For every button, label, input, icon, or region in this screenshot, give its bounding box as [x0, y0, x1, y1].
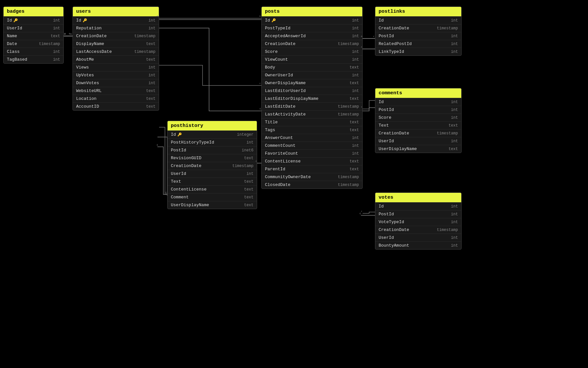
table-row: Id int: [375, 16, 461, 24]
svg-text:+: +: [69, 32, 71, 36]
postlinks-header: postlinks: [375, 7, 461, 16]
table-row: Reputation int: [73, 24, 159, 32]
table-row: Comment text: [168, 193, 257, 201]
table-row: AboutMe text: [73, 55, 159, 63]
table-row: WebsiteURL text: [73, 87, 159, 95]
table-row: Id 🔑 integer: [168, 130, 257, 138]
table-row: OwnerUserId int: [262, 71, 362, 79]
svg-text:‹: ‹: [373, 35, 375, 38]
table-row: CreationDate timestamp: [375, 129, 461, 137]
table-row: Score int: [375, 114, 461, 121]
table-row: Id 🔑 int: [73, 16, 159, 24]
table-row: LastEditorDisplayName text: [262, 95, 362, 102]
svg-text:‹: ‹: [259, 82, 261, 85]
table-row: Tags text: [262, 126, 362, 134]
svg-text:‹: ‹: [361, 210, 363, 213]
table-row: PostId int: [375, 210, 461, 218]
table-row: LinkTypeId int: [375, 48, 461, 55]
svg-text:+: +: [70, 32, 72, 36]
key-icon: 🔑: [177, 132, 182, 137]
table-row: Date timestamp: [4, 40, 63, 48]
table-row: UserId int: [168, 170, 257, 177]
svg-text:‹: ‹: [165, 191, 167, 194]
table-row: Location text: [73, 95, 159, 102]
votes-header: votes: [375, 193, 461, 202]
table-row: UserId int: [375, 137, 461, 145]
table-row: UserId int: [4, 24, 63, 32]
posts-table: posts Id 🔑 int PostTypeId int AcceptedAn…: [261, 7, 363, 189]
table-row: Body text: [262, 63, 362, 71]
table-row: AcceptedAnswerId int: [262, 32, 362, 40]
diagram-container: + + ‹ ‹ + ‹ ‹ ‹ ‹ ‹ badges: [0, 0, 588, 368]
table-row: Text text: [168, 177, 257, 185]
table-row: AnswerCount int: [262, 134, 362, 142]
table-row: TagBased int: [4, 55, 63, 63]
table-row: Views int: [73, 63, 159, 71]
table-row: Title text: [262, 118, 362, 126]
table-row: LastEditorUserId int: [262, 87, 362, 95]
votes-table: votes Id int PostId int VoteTypeId int C…: [375, 192, 462, 250]
table-row: VoteTypeId int: [375, 218, 461, 226]
table-row: PostId inet6: [168, 146, 257, 154]
table-row: Id int: [375, 98, 461, 106]
table-row: Score int: [262, 48, 362, 55]
table-row: CreationDate timestamp: [73, 32, 159, 40]
table-row: CreationDate timestamp: [375, 226, 461, 234]
key-icon: 🔑: [271, 18, 276, 23]
svg-text:‹: ‹: [359, 211, 361, 216]
table-row: PostId int: [375, 32, 461, 40]
table-row: UserDisplayName text: [375, 145, 461, 153]
postlinks-table: postlinks Id int CreationDate timestamp …: [375, 7, 462, 56]
table-row: ClosedDate timestamp: [262, 181, 362, 189]
table-row: RelatedPostId int: [375, 40, 461, 48]
key-icon: 🔑: [13, 18, 18, 23]
table-row: ContentLicense text: [168, 185, 257, 193]
table-row: ViewCount int: [262, 55, 362, 63]
table-row: FavoriteCount int: [262, 149, 362, 157]
table-row: UserId int: [375, 234, 461, 241]
comments-table: comments Id int PostId int Score int Tex…: [375, 88, 462, 153]
badges-table: badges Id 🔑 int UserId int Name text Dat…: [3, 7, 64, 64]
table-row: CommunityOwnerDate timestamp: [262, 173, 362, 181]
table-row: DisplayName text: [73, 40, 159, 48]
table-row: ContentLicense text: [262, 157, 362, 165]
table-row: PostTypeId int: [262, 24, 362, 32]
badges-header: badges: [4, 7, 63, 16]
table-row: LastEditDate timestamp: [262, 102, 362, 110]
table-row: RevisionGUID text: [168, 154, 257, 162]
table-row: PostHistoryTypeId int: [168, 138, 257, 146]
table-row: Text text: [375, 121, 461, 129]
comments-header: comments: [375, 88, 461, 98]
users-table: users Id 🔑 int Reputation int CreationDa…: [73, 7, 159, 111]
svg-text:+: +: [259, 15, 261, 18]
svg-text:+: +: [64, 32, 66, 36]
table-row: BountyAmount int: [375, 241, 461, 249]
table-row: Id 🔑 int: [262, 16, 362, 24]
table-row: ParentId text: [262, 165, 362, 173]
key-icon: 🔑: [83, 18, 87, 23]
table-row: PostId int: [375, 106, 461, 114]
table-row: Class int: [4, 48, 63, 55]
svg-text:‹: ‹: [156, 143, 158, 147]
table-row: OwnerDisplayName text: [262, 79, 362, 87]
table-row: AccountID text: [73, 102, 159, 110]
table-row: LastActivityDate timestamp: [262, 110, 362, 118]
table-row: LastAccessDate timestamp: [73, 48, 159, 55]
table-row: CreationDate timestamp: [375, 24, 461, 32]
users-header: users: [73, 7, 159, 16]
table-row: CreationDate timestamp: [262, 40, 362, 48]
posthistory-header: posthistory: [168, 121, 257, 130]
table-row: UserDisplayName text: [168, 201, 257, 209]
table-row: CommentCount int: [262, 142, 362, 149]
table-row: Id int: [375, 202, 461, 210]
posthistory-table: posthistory Id 🔑 integer PostHistoryType…: [167, 121, 257, 209]
svg-text:+: +: [64, 32, 66, 36]
posts-header: posts: [262, 7, 362, 16]
table-row: DownVotes int: [73, 79, 159, 87]
table-row: Id 🔑 int: [4, 16, 63, 24]
table-row: CreationDate timestamp: [168, 162, 257, 170]
table-row: Name text: [4, 32, 63, 40]
table-row: UpVotes int: [73, 71, 159, 79]
